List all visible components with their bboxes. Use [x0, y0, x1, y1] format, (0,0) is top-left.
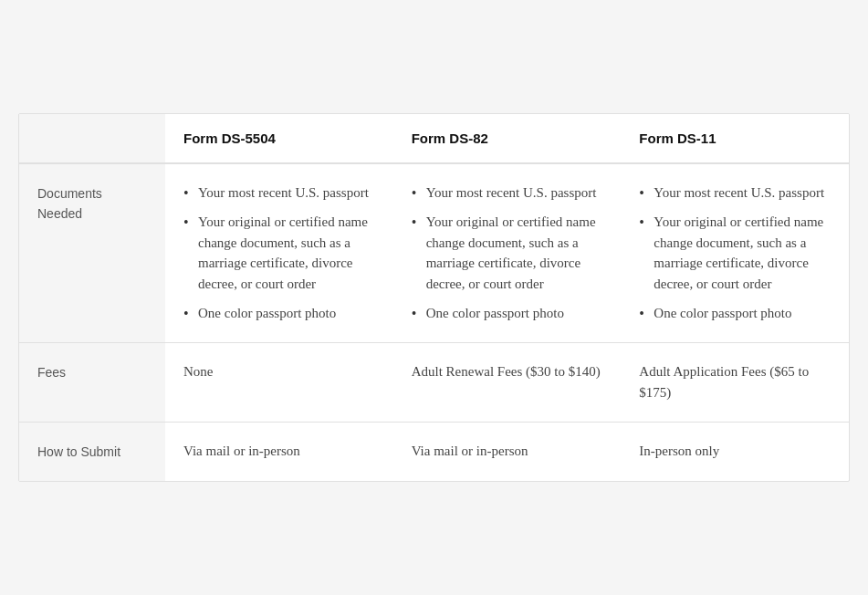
comparison-table: Form DS-5504 Form DS-82 Form DS-11 Docum…	[18, 113, 850, 482]
table-row: Documents Needed Your most recent U.S. p…	[19, 163, 849, 343]
cell-fees-ds82: Adult Renewal Fees ($30 to $140)	[393, 342, 622, 423]
list-item: Your original or certified name change d…	[183, 212, 375, 294]
cell-fees-ds11: Adult Application Fees ($65 to $175)	[621, 342, 849, 423]
row-label-submit: How to Submit	[19, 423, 165, 481]
doc-list-ds11: Your most recent U.S. passport Your orig…	[639, 183, 831, 324]
list-item: Your original or certified name change d…	[412, 212, 603, 294]
list-item: One color passport photo	[639, 303, 831, 324]
table-row: Fees None Adult Renewal Fees ($30 to $14…	[19, 342, 849, 423]
table-row: How to Submit Via mail or in-person Via …	[19, 423, 849, 481]
cell-submit-ds5504: Via mail or in-person	[165, 423, 393, 481]
row-label-fees: Fees	[19, 342, 165, 423]
header-ds82: Form DS-82	[393, 114, 622, 163]
doc-list-ds5504: Your most recent U.S. passport Your orig…	[183, 183, 375, 324]
list-item: Your most recent U.S. passport	[183, 183, 375, 204]
cell-fees-ds5504: None	[165, 342, 393, 423]
header-col0	[19, 114, 165, 163]
list-item: Your original or certified name change d…	[639, 212, 831, 294]
header-ds5504: Form DS-5504	[165, 114, 393, 163]
header-ds11: Form DS-11	[621, 114, 849, 163]
list-item: One color passport photo	[183, 303, 375, 324]
doc-list-ds82: Your most recent U.S. passport Your orig…	[412, 183, 603, 324]
cell-documents-ds11: Your most recent U.S. passport Your orig…	[621, 163, 849, 343]
row-label-documents: Documents Needed	[19, 163, 165, 343]
list-item: One color passport photo	[412, 303, 603, 324]
list-item: Your most recent U.S. passport	[639, 183, 831, 204]
cell-submit-ds11: In-person only	[621, 423, 849, 481]
cell-documents-ds82: Your most recent U.S. passport Your orig…	[393, 163, 622, 343]
cell-submit-ds82: Via mail or in-person	[393, 423, 622, 481]
list-item: Your most recent U.S. passport	[412, 183, 603, 204]
cell-documents-ds5504: Your most recent U.S. passport Your orig…	[165, 163, 393, 343]
